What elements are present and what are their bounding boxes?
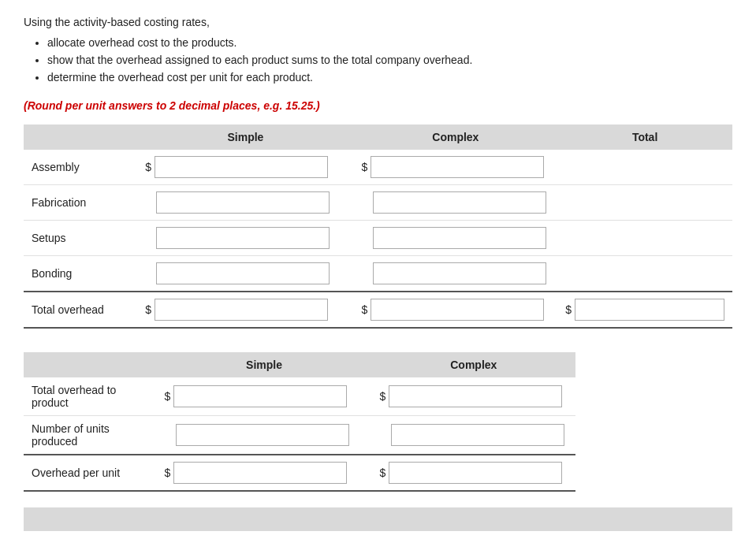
assembly-simple-cell: $ <box>137 150 353 185</box>
table-row: Assembly $ $ <box>24 150 732 185</box>
col-header-simple: Simple <box>137 124 353 150</box>
units-col-header-simple: Simple <box>157 352 372 377</box>
intro-text: Using the activity-based costing rates, <box>24 16 732 28</box>
units-col-header-label <box>24 352 157 377</box>
total-overhead-simple-input[interactable] <box>155 299 328 321</box>
opu-complex-input[interactable] <box>389 462 562 484</box>
dollar-sign: $ <box>565 303 572 316</box>
bullet-1: allocate overhead cost to the products. <box>47 36 732 49</box>
row-label-units-produced: Number of units produced <box>24 416 157 455</box>
dollar-sign: $ <box>165 390 171 403</box>
table-row: Total overhead to product $ $ <box>24 377 575 416</box>
dollar-sign: $ <box>165 466 171 479</box>
units-complex-input[interactable] <box>391 424 564 446</box>
bonding-total-cell <box>557 256 732 292</box>
fabrication-simple-input[interactable] <box>156 191 330 214</box>
row-label-total-overhead: Total overhead <box>24 292 137 328</box>
bonding-complex-input[interactable] <box>373 262 546 284</box>
bonding-simple-input[interactable] <box>156 262 330 284</box>
col-header-label <box>24 124 137 150</box>
assembly-simple-input[interactable] <box>155 156 328 178</box>
row-label-fabrication: Fabrication <box>24 185 137 221</box>
row-label-total-overhead-product: Total overhead to product <box>24 377 157 416</box>
opu-simple-input[interactable] <box>173 462 347 484</box>
bullet-3: determine the overhead cost per unit for… <box>47 71 732 84</box>
setups-simple-cell <box>137 221 353 256</box>
assembly-complex-input[interactable] <box>371 156 544 178</box>
setups-simple-input[interactable] <box>156 227 330 249</box>
total-overhead-complex-input[interactable] <box>371 299 544 321</box>
col-header-complex: Complex <box>354 124 558 150</box>
assembly-complex-cell: $ <box>354 150 558 185</box>
units-table: Simple Complex Total overhead to product… <box>24 352 575 492</box>
dollar-sign: $ <box>380 466 386 479</box>
total-total-cell: $ <box>557 292 732 328</box>
table-row: Number of units produced <box>24 416 575 455</box>
units-col-header-complex: Complex <box>372 352 575 377</box>
row-label-setups: Setups <box>24 221 137 256</box>
row-label-bonding: Bonding <box>24 256 137 292</box>
fabrication-total-cell <box>557 185 732 221</box>
bullet-2: show that the overhead assigned to each … <box>47 54 732 66</box>
setups-complex-cell <box>354 221 558 256</box>
total-simple-cell: $ <box>137 292 353 328</box>
top-complex-cell: $ <box>372 377 575 416</box>
table-row: Fabrication <box>24 185 732 221</box>
overhead-allocation-table: Simple Complex Total Assembly $ $ <box>24 124 732 329</box>
col-header-total: Total <box>557 124 732 150</box>
total-overhead-total-input[interactable] <box>575 299 724 321</box>
setups-complex-input[interactable] <box>373 227 546 249</box>
row-label-assembly: Assembly <box>24 150 137 185</box>
top-simple-cell: $ <box>157 377 372 416</box>
fabrication-simple-cell <box>137 185 353 221</box>
units-complex-cell <box>372 416 575 455</box>
assembly-total-cell <box>557 150 732 185</box>
footer-bar <box>24 507 732 531</box>
dollar-sign: $ <box>362 303 368 316</box>
top-complex-input[interactable] <box>389 385 562 407</box>
dollar-sign: $ <box>145 161 151 173</box>
dollar-sign: $ <box>362 161 368 173</box>
dollar-sign: $ <box>145 303 151 316</box>
round-note: (Round per unit answers to 2 decimal pla… <box>24 99 732 112</box>
dollar-sign: $ <box>380 390 386 403</box>
page-container: Using the activity-based costing rates, … <box>0 0 756 550</box>
bonding-complex-cell <box>354 256 558 292</box>
units-simple-input[interactable] <box>176 424 349 446</box>
fabrication-complex-cell <box>354 185 558 221</box>
total-overhead-row: Total overhead $ $ $ <box>24 292 732 328</box>
total-complex-cell: $ <box>354 292 558 328</box>
overhead-per-unit-row: Overhead per unit $ $ <box>24 455 575 491</box>
table-row: Bonding <box>24 256 732 292</box>
opu-complex-cell: $ <box>372 455 575 491</box>
units-simple-cell <box>157 416 372 455</box>
table-row: Setups <box>24 221 732 256</box>
opu-simple-cell: $ <box>157 455 372 491</box>
bonding-simple-cell <box>137 256 353 292</box>
setups-total-cell <box>557 221 732 256</box>
row-label-overhead-per-unit: Overhead per unit <box>24 455 157 491</box>
top-simple-input[interactable] <box>173 385 347 407</box>
bullet-list: allocate overhead cost to the products. … <box>47 36 732 84</box>
fabrication-complex-input[interactable] <box>373 191 546 214</box>
